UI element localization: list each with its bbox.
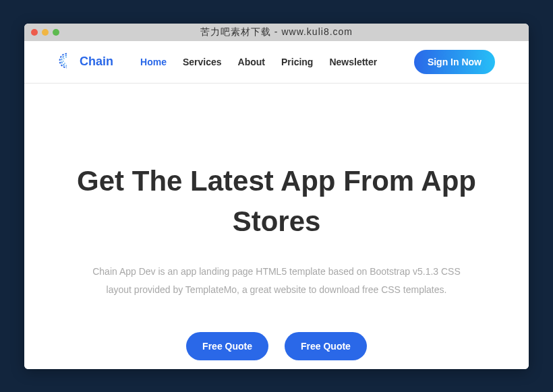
signin-button[interactable]: Sign In Now <box>414 50 495 74</box>
browser-window: 苦力吧素材下载 - www.kuli8.com Chain Home Servi… <box>24 24 529 369</box>
hero-section: Get The Latest App From App Stores Chain… <box>24 84 529 361</box>
navbar: Chain Home Services About Pricing Newsle… <box>24 41 529 84</box>
nav-pricing[interactable]: Pricing <box>281 57 313 67</box>
logo[interactable]: Chain <box>58 52 113 72</box>
close-icon[interactable] <box>31 29 38 36</box>
browser-titlebar: 苦力吧素材下载 - www.kuli8.com <box>24 24 529 41</box>
hero-buttons: Free Quote Free Quote <box>51 332 502 360</box>
nav-home[interactable]: Home <box>140 57 167 67</box>
nav-about[interactable]: About <box>238 57 265 67</box>
nav-services[interactable]: Services <box>183 57 222 67</box>
window-title: 苦力吧素材下载 - www.kuli8.com <box>200 26 353 38</box>
nav-links: Home Services About Pricing Newsletter <box>140 57 377 67</box>
hero-description: Chain App Dev is an app landing page HTM… <box>81 263 472 298</box>
free-quote-button-2[interactable]: Free Quote <box>285 332 367 360</box>
nav-newsletter[interactable]: Newsletter <box>329 57 377 67</box>
page-content: Chain Home Services About Pricing Newsle… <box>24 41 529 369</box>
minimize-icon[interactable] <box>42 29 49 36</box>
chain-icon <box>58 52 76 72</box>
maximize-icon[interactable] <box>53 29 59 36</box>
hero-title: Get The Latest App From App Stores <box>51 161 502 243</box>
logo-text: Chain <box>80 55 113 69</box>
free-quote-button-1[interactable]: Free Quote <box>186 332 268 360</box>
traffic-lights <box>31 29 59 36</box>
